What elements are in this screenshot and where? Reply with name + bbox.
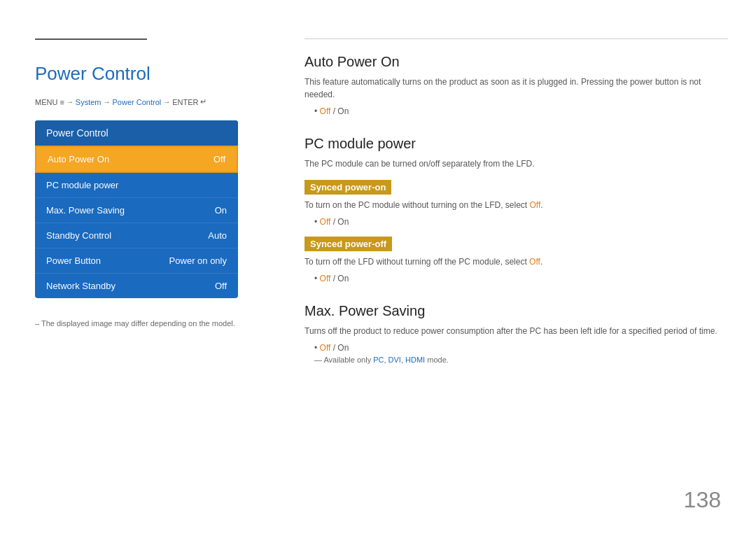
bc-arrow-3: → <box>163 98 170 106</box>
menu-item-power-button-value: Power on only <box>169 255 227 266</box>
max-power-separator: / On <box>333 343 349 353</box>
menu-header: Power Control <box>35 120 238 146</box>
menu-item-power-button-label: Power Button <box>46 255 101 266</box>
right-panel: Auto Power On This feature automatically… <box>266 0 756 534</box>
auto-power-on-separator: / On <box>333 106 349 116</box>
menu-item-auto-power-on-value: Off <box>214 154 225 164</box>
synced-power-on-separator: / On <box>333 217 349 227</box>
bc-menu-icon: ≡ <box>59 98 64 106</box>
menu-item-max-power-label: Max. Power Saving <box>46 205 125 216</box>
section-auto-power-on-desc: This feature automatically turns on the … <box>304 76 718 101</box>
footnote: – The displayed image may differ dependi… <box>35 319 238 328</box>
section-max-power-saving: Max. Power Saving Turns off the product … <box>304 303 718 364</box>
menu-item-network-standby-label: Network Standby <box>46 281 115 291</box>
bc-arrow-1: → <box>66 98 74 106</box>
section-max-power-title: Max. Power Saving <box>304 303 718 319</box>
synced-power-off-off-ref: Off <box>529 257 540 267</box>
bc-arrow-2: → <box>104 98 111 106</box>
synced-power-off-desc: To turn off the LFD without turning off … <box>304 255 718 268</box>
menu-item-auto-power-on[interactable]: Auto Power On Off <box>35 146 238 173</box>
note-hdmi: HDMI <box>405 356 425 364</box>
section-pc-module-desc: The PC module can be turned on/off separ… <box>304 157 718 170</box>
synced-power-on-highlight: Synced power-on <box>304 180 391 195</box>
menu-item-max-power[interactable]: Max. Power Saving On <box>35 198 238 223</box>
breadcrumb: MENU ≡ → System → Power Control → ENTER … <box>35 97 238 106</box>
menu-item-standby[interactable]: Standby Control Auto <box>35 223 238 248</box>
synced-power-on-off: Off <box>320 217 331 227</box>
top-rule-right <box>304 38 728 39</box>
note-dvi: DVI <box>388 356 401 364</box>
bc-enter: ENTER <box>172 98 198 106</box>
section-pc-module: PC module power The PC module can be tur… <box>304 136 718 283</box>
synced-power-off-separator: / On <box>333 274 349 283</box>
section-auto-power-on-title: Auto Power On <box>304 54 718 70</box>
menu-item-power-button[interactable]: Power Button Power on only <box>35 248 238 274</box>
menu-item-auto-power-on-label: Auto Power On <box>48 154 109 164</box>
auto-power-on-off: Off <box>320 106 331 116</box>
left-panel: Power Control MENU ≡ → System → Power Co… <box>0 0 266 534</box>
bc-system: System <box>76 98 102 106</box>
note-pc: PC <box>373 356 384 364</box>
menu-item-pc-module-label: PC module power <box>46 180 118 190</box>
max-power-off: Off <box>320 343 331 353</box>
synced-power-on-desc: To turn on the PC module without turning… <box>304 199 718 211</box>
menu-item-pc-module[interactable]: PC module power <box>35 173 238 198</box>
menu-item-network-standby-value: Off <box>215 281 227 291</box>
bc-menu: MENU <box>35 98 57 106</box>
menu-item-standby-value: Auto <box>208 230 227 241</box>
synced-power-off-off: Off <box>320 274 331 283</box>
section-max-power-desc: Turns off the product to reduce power co… <box>304 325 718 337</box>
menu-item-max-power-value: On <box>215 205 227 216</box>
page-number: 138 <box>684 487 721 513</box>
synced-power-off-bullet: Off / On <box>314 274 718 283</box>
bc-enter-icon: ↵ <box>200 97 206 106</box>
bc-power-control: Power Control <box>113 98 162 106</box>
power-control-menu: Power Control Auto Power On Off PC modul… <box>35 120 238 298</box>
page-title: Power Control <box>35 63 238 85</box>
auto-power-on-bullet: Off / On <box>314 106 718 116</box>
menu-item-network-standby[interactable]: Network Standby Off <box>35 274 238 298</box>
section-pc-module-title: PC module power <box>304 136 718 152</box>
synced-power-off-highlight: Synced power-off <box>304 237 392 251</box>
synced-power-on-off-ref: Off <box>530 200 541 210</box>
synced-power-on-bullet: Off / On <box>314 217 718 227</box>
max-power-bullet: Off / On <box>314 343 718 353</box>
top-rule-left <box>35 38 147 40</box>
menu-item-standby-label: Standby Control <box>46 230 111 241</box>
section-auto-power-on: Auto Power On This feature automatically… <box>304 54 718 116</box>
max-power-note: Available only PC, DVI, HDMI mode. <box>314 356 718 364</box>
